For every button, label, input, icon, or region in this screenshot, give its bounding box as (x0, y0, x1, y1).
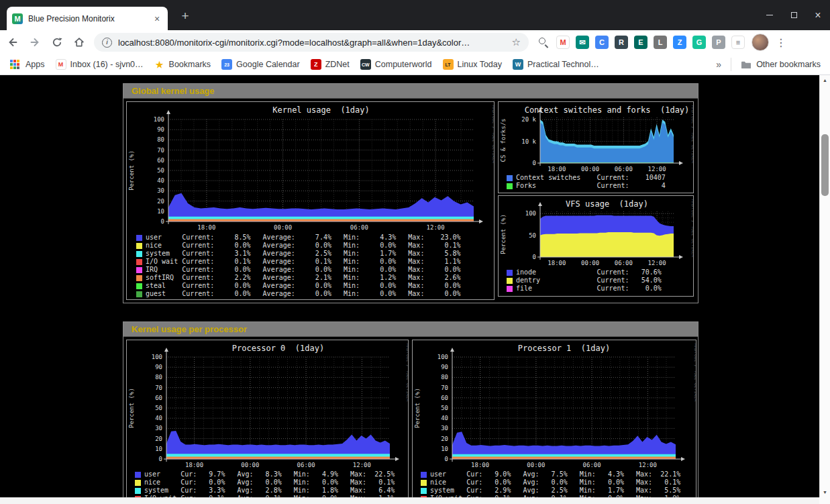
svg-text:50: 50 (155, 405, 162, 411)
apps-grid-icon (9, 59, 20, 70)
other-bookmarks-label: Other bookmarks (756, 60, 821, 69)
legend-row: user Current: 8.5% Average: 7.4% Min: 4.… (136, 234, 461, 242)
bookmark-inbox-icon: M (56, 59, 66, 70)
mail-extension-icon[interactable]: ✉ (576, 36, 589, 49)
svg-text:Percent (%): Percent (%) (500, 214, 507, 254)
back-button[interactable] (3, 33, 22, 52)
processor-1-chart[interactable]: 010203040506070809010018:0000:0006:0012:… (412, 340, 696, 497)
camera-extension-icon[interactable]: Z (673, 36, 686, 49)
forward-button[interactable] (25, 33, 44, 52)
svg-text:90: 90 (155, 364, 162, 370)
svg-text:06:00: 06:00 (615, 166, 633, 172)
titlebar: M Blue Precision Monitorix × + × (0, 0, 830, 30)
browser-toolbar: i localhost:8080/monitorix-cgi/monitorix… (0, 30, 830, 54)
bookmark-bookmarks-icon: ★ (154, 59, 165, 70)
section-body: 010203040506070809010018:0000:0006:0012:… (123, 337, 698, 497)
vertical-scrollbar-thumb[interactable] (821, 134, 829, 196)
horizontal-scrollbar[interactable] (0, 497, 819, 504)
new-tab-button[interactable]: + (176, 8, 195, 26)
tab-close-icon[interactable]: × (152, 13, 162, 24)
reading-list-extension-icon[interactable]: ≡ (731, 36, 745, 49)
extensions-puzzle-icon[interactable]: P (712, 36, 725, 49)
scroll-up-arrow[interactable]: ▲ (820, 78, 830, 83)
legend-text: user Cur: 9.0% Avg: 7.5% Min: 4.3% Max: … (430, 470, 680, 478)
bookmark-zdnet-icon: Z (311, 59, 321, 70)
legend-row: user Cur: 9.0% Avg: 7.5% Min: 4.3% Max: … (421, 470, 680, 478)
home-button[interactable] (70, 33, 89, 52)
svg-text:50: 50 (529, 232, 536, 239)
back-arrow-icon (7, 36, 19, 48)
bookmark-computerworld[interactable]: CWComputerworld (360, 59, 432, 70)
legend-swatch (507, 183, 513, 189)
section-global-kernel-usage: Global kernel usage 01020304050607080901… (123, 83, 698, 303)
scroll-down-arrow[interactable]: ▼ (820, 490, 830, 495)
vfs-usage-chart[interactable]: 05010018:0000:0006:0012:00VFS usage (1da… (498, 195, 694, 297)
bookmarks-overflow-chevron[interactable]: » (716, 59, 721, 70)
svg-text:RRDTOOL / TOBI OETIKER: RRDTOOL / TOBI OETIKER (491, 105, 495, 163)
svg-text:100: 100 (152, 354, 162, 360)
legend-swatch (135, 480, 141, 486)
svg-text:VFS usage (1day): VFS usage (1day) (566, 199, 648, 209)
svg-text:50: 50 (441, 405, 448, 411)
legend-row: Forks Current: 4 (507, 182, 666, 190)
bookmark-label: Inbox (16) - sjvn0… (70, 60, 144, 69)
svg-text:10: 10 (155, 446, 162, 452)
address-bar[interactable]: i localhost:8080/monitorix-cgi/monitorix… (94, 33, 529, 52)
profile-avatar[interactable] (751, 34, 769, 51)
svg-text:12:00: 12:00 (427, 224, 445, 231)
reader-extension-icon[interactable]: R (615, 36, 628, 49)
legend-swatch (136, 291, 142, 297)
browser-tab[interactable]: M Blue Precision Monitorix × (7, 7, 168, 30)
maximize-button[interactable] (782, 0, 806, 30)
earth-extension-icon[interactable]: E (634, 36, 647, 49)
bookmark-practical-technology[interactable]: WPractical Technol… (513, 59, 599, 70)
search-extension-icon[interactable] (537, 36, 550, 49)
svg-text:Processor 1 (1day): Processor 1 (1day) (518, 344, 610, 353)
bookmark-linux-today[interactable]: LTLinux Today (443, 59, 503, 70)
processor-1-legend: user Cur: 9.0% Avg: 7.5% Min: 4.3% Max: … (421, 470, 680, 497)
svg-text:90: 90 (441, 364, 448, 370)
monitorix-content: Global kernel usage 01020304050607080901… (123, 83, 698, 497)
lock-extension-icon[interactable]: L (654, 36, 667, 49)
processor-0-chart[interactable]: 010203040506070809010018:0000:0006:0012:… (126, 340, 409, 497)
svg-text:06:00: 06:00 (583, 462, 601, 468)
bookmark-zdnet[interactable]: ZZDNet (311, 59, 350, 70)
svg-text:60: 60 (441, 395, 448, 401)
grammarly-extension-icon[interactable]: G (692, 36, 706, 49)
other-bookmarks-button[interactable]: Other bookmarks (731, 58, 821, 71)
site-info-icon[interactable]: i (102, 38, 112, 48)
bookmark-inbox[interactable]: MInbox (16) - sjvn0… (56, 59, 144, 70)
apps-shortcut[interactable]: Apps (9, 59, 45, 70)
reload-button[interactable] (48, 33, 66, 52)
svg-text:10: 10 (157, 208, 164, 215)
bookmark-bookmarks[interactable]: ★Bookmarks (154, 59, 211, 70)
close-button[interactable]: × (806, 0, 830, 30)
legend-text: user Cur: 9.7% Avg: 8.3% Min: 4.9% Max: … (144, 470, 395, 478)
url-text[interactable]: localhost:8080/monitorix-cgi/monitorix.c… (118, 38, 512, 48)
browser-menu-icon[interactable]: ⋮ (776, 36, 786, 49)
forward-arrow-icon (29, 36, 41, 48)
bookmark-google-calendar[interactable]: 23Google Calendar (221, 59, 300, 70)
gmail-extension-icon[interactable]: M (556, 36, 570, 49)
svg-text:18:00: 18:00 (185, 462, 203, 468)
vertical-scrollbar[interactable]: ▲ ▼ (819, 75, 830, 497)
minimize-button[interactable] (758, 0, 782, 30)
svg-text:12:00: 12:00 (639, 462, 657, 468)
legend-text: file Current: 0.0% (516, 285, 662, 293)
copy-pages-extension-icon[interactable]: C (595, 36, 609, 49)
legend-row: steal Current: 0.0% Average: 0.0% Min: 0… (136, 282, 461, 290)
svg-text:10 k: 10 k (521, 138, 536, 145)
legend-swatch (421, 488, 427, 494)
legend-text: system Cur: 3.3% Avg: 2.8% Min: 1.8% Max… (144, 487, 395, 495)
context-switches-chart[interactable]: 010 k20 k18:0000:0006:0012:00Context swi… (498, 101, 694, 193)
context-switches-legend: Context switches Current: 10407Forks Cur… (507, 174, 666, 190)
kernel-usage-chart[interactable]: 010203040506070809010018:0000:0006:0012:… (126, 101, 495, 300)
svg-text:Percent (%): Percent (%) (414, 388, 421, 428)
svg-text:Percent (%): Percent (%) (128, 388, 135, 428)
bookmark-star-icon[interactable]: ☆ (512, 36, 521, 48)
legend-row: IRQ Current: 0.0% Average: 0.0% Min: 0.0… (136, 266, 461, 274)
legend-swatch (136, 275, 142, 281)
kernel-usage-legend: user Current: 8.5% Average: 7.4% Min: 4.… (136, 234, 461, 298)
svg-text:18:00: 18:00 (471, 462, 489, 468)
svg-text:30: 30 (155, 425, 162, 432)
